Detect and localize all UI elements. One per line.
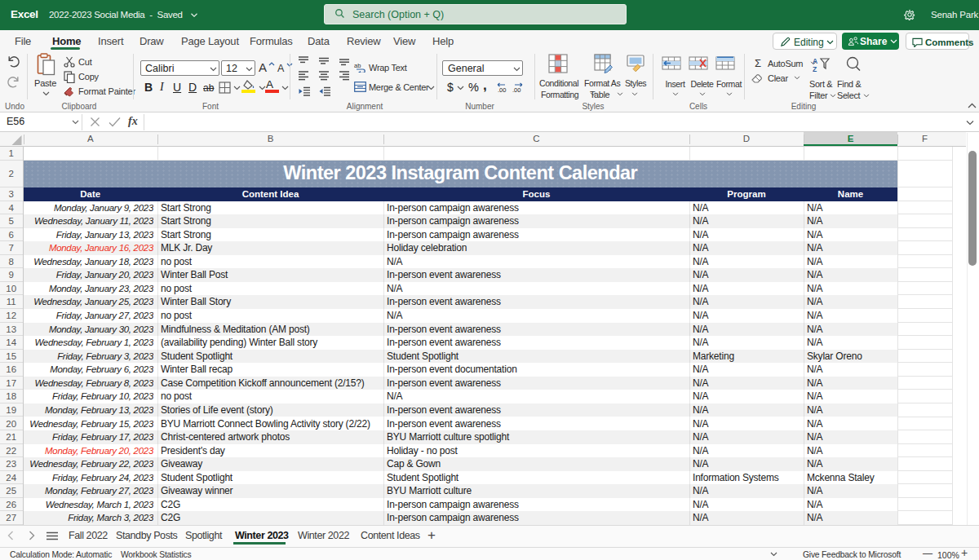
svg-text:.00: .00: [498, 86, 506, 93]
svg-text:A: A: [813, 57, 817, 65]
svg-text:.00: .00: [512, 86, 521, 93]
svg-text:Z: Z: [813, 65, 817, 73]
svg-text:ab: ab: [354, 62, 361, 69]
